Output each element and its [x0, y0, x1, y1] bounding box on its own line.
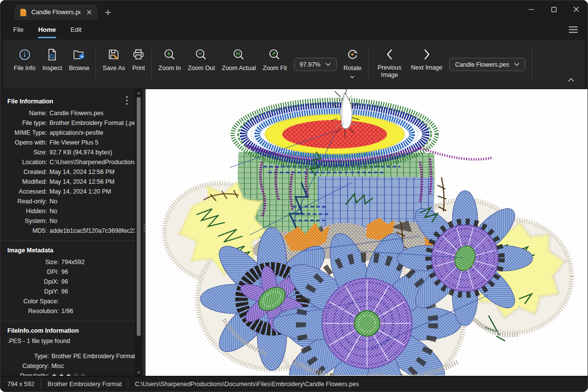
- info-row: Accessed:May 14, 2024 1:20 PM: [0, 187, 135, 196]
- tab-close-icon[interactable]: [85, 8, 94, 17]
- status-format: Brother Embroidery Format: [48, 381, 122, 388]
- info-row: Resolution:1/96: [0, 306, 135, 316]
- file-info-button[interactable]: File Info: [11, 46, 38, 74]
- title-bar: Candle Flowers.pes: [0, 0, 588, 20]
- chevron-left-icon: [384, 48, 395, 61]
- document-tab[interactable]: Candle Flowers.pes: [14, 4, 98, 20]
- info-row: Popularity:★ ★ ★ ☆ ☆: [0, 371, 135, 376]
- info-row: System:No: [0, 216, 135, 226]
- chevron-right-icon: [421, 48, 433, 61]
- info-row: Hidden:No: [0, 206, 135, 216]
- info-row: MIME Type:application/x-pesfile: [0, 128, 135, 138]
- zoom-in-icon: [163, 48, 176, 61]
- app-window: Candle Flowers.pes File Home Edit: [0, 0, 588, 392]
- scroll-up-icon[interactable]: ▲: [135, 89, 143, 96]
- ribbon-toolbar: File Info Inspect Browse: [3, 40, 585, 88]
- section-divider: [0, 321, 135, 321]
- zoom-fit-icon: [268, 48, 281, 61]
- info-row: Modified:May 14, 2024 12:56 PM: [0, 177, 135, 187]
- info-row: Color Space:: [0, 296, 135, 306]
- chevron-down-icon: [514, 63, 519, 66]
- info-row: Read-only:No: [0, 196, 135, 206]
- zoom-actual-button[interactable]: Zoom Actual: [219, 46, 259, 74]
- save-as-button[interactable]: Save As: [99, 46, 128, 74]
- status-separator: [128, 380, 128, 388]
- active-menu-underline: [38, 37, 56, 38]
- chevron-down-icon: [325, 63, 331, 66]
- info-sidebar: File Information Name:Candle Flowers.pes…: [0, 89, 135, 376]
- hamburger-menu-icon[interactable]: [566, 23, 581, 36]
- status-file-path: C:\Users\SharpenedProductions\Documents\…: [135, 381, 359, 388]
- inspect-document-icon: [46, 48, 59, 61]
- zoom-actual-icon: [232, 48, 245, 61]
- save-print-group: Save As Print: [96, 46, 151, 74]
- menu-home[interactable]: Home: [32, 23, 62, 37]
- info-row: Category:Misc: [0, 361, 135, 371]
- menu-bar: File Home Edit: [0, 20, 588, 39]
- sidebar-scrollbar[interactable]: ▲ ▼: [135, 89, 143, 376]
- section-title-file-information: File Information: [0, 97, 135, 108]
- printer-icon: [132, 48, 145, 61]
- maximize-button[interactable]: [542, 0, 565, 18]
- scrollbar-thumb[interactable]: [137, 97, 141, 336]
- info-row: DPI:96: [0, 267, 135, 277]
- info-row: File type:Brother Embroidery Format (.pe…: [0, 118, 135, 128]
- status-dimensions: 794 x 592: [7, 381, 34, 388]
- file-select-value: Candle Flowers.pes: [455, 61, 509, 68]
- info-row: DpiX:96: [0, 277, 135, 287]
- minimize-button[interactable]: [520, 0, 542, 18]
- zoom-out-icon: [195, 48, 208, 61]
- browse-button[interactable]: Browse: [66, 46, 93, 74]
- info-row: Location:C:\Users\SharpenedProductions..…: [0, 157, 135, 167]
- splitter-grip: [144, 224, 145, 232]
- info-row: Size:794x592: [0, 257, 135, 267]
- content-area: File Information Name:Candle Flowers.pes…: [0, 89, 588, 376]
- zoom-in-button[interactable]: Zoom In: [155, 46, 184, 74]
- status-separator: [41, 380, 41, 388]
- zoom-group: Zoom In Zoom Out Zoom Actual: [152, 46, 368, 81]
- kebab-menu-icon[interactable]: [122, 95, 132, 106]
- save-floppy-icon: [107, 48, 121, 61]
- previous-image-button[interactable]: Previous Image: [372, 46, 407, 81]
- info-circle-icon: [18, 48, 31, 61]
- navigation-group: Previous Image Next Image Candle Flowers…: [368, 46, 532, 81]
- info-row: MD5:adde1b1cac5f120a7c3698fec23b...: [0, 226, 135, 236]
- print-button[interactable]: Print: [129, 46, 148, 74]
- chevron-down-icon: [350, 75, 355, 78]
- info-row: Created:May 14, 2024 12:56 PM: [0, 167, 135, 177]
- embroidery-preview: [146, 89, 585, 375]
- section-title-fileinfo: FileInfo.com Information: [0, 326, 135, 338]
- zoom-level-dropdown[interactable]: 97.97%: [294, 58, 337, 71]
- zoom-out-button[interactable]: Zoom Out: [185, 46, 218, 74]
- fileinfo-subtitle: .PES - 1 file type found: [0, 338, 135, 351]
- info-row: Opens with:File Viewer Plus 5: [0, 138, 135, 147]
- menu-file[interactable]: File: [7, 23, 29, 37]
- info-row: DpiY:96: [0, 287, 135, 296]
- rotate-button[interactable]: Rotate: [341, 46, 365, 81]
- info-row: Type:Brother PE Embroidery Format: [0, 351, 135, 361]
- collapse-ribbon-icon[interactable]: [565, 75, 577, 85]
- tab-title: Candle Flowers.pes: [31, 9, 80, 16]
- document-icon: [20, 8, 27, 17]
- section-title-image-metadata: Image Metadata: [0, 246, 135, 257]
- inspect-button[interactable]: Inspect: [39, 46, 65, 74]
- section-divider: [0, 241, 135, 241]
- window-controls: [520, 0, 588, 18]
- next-image-button[interactable]: Next Image: [408, 46, 445, 74]
- info-row: Size:92.7 KB (94,974 bytes): [0, 147, 135, 157]
- image-canvas: [146, 89, 588, 376]
- file-select-dropdown[interactable]: Candle Flowers.pes: [449, 58, 525, 71]
- scroll-down-icon[interactable]: ▼: [135, 369, 143, 376]
- menu-edit[interactable]: Edit: [65, 23, 87, 37]
- rotate-icon: [346, 48, 359, 61]
- browse-folder-icon: [73, 48, 86, 61]
- popularity-stars: ★ ★ ★ ☆ ☆: [51, 371, 86, 376]
- status-bar: 794 x 592 Brother Embroidery Format C:\U…: [0, 376, 588, 392]
- info-row: Name:Candle Flowers.pes: [0, 108, 135, 118]
- close-button[interactable]: [565, 0, 588, 18]
- new-tab-button[interactable]: [102, 7, 113, 18]
- file-group: File Info Inspect Browse: [7, 46, 96, 74]
- zoom-level-value: 97.97%: [300, 61, 320, 68]
- zoom-fit-button[interactable]: Zoom Fit: [260, 46, 290, 74]
- toolbar-separator: [532, 46, 532, 82]
